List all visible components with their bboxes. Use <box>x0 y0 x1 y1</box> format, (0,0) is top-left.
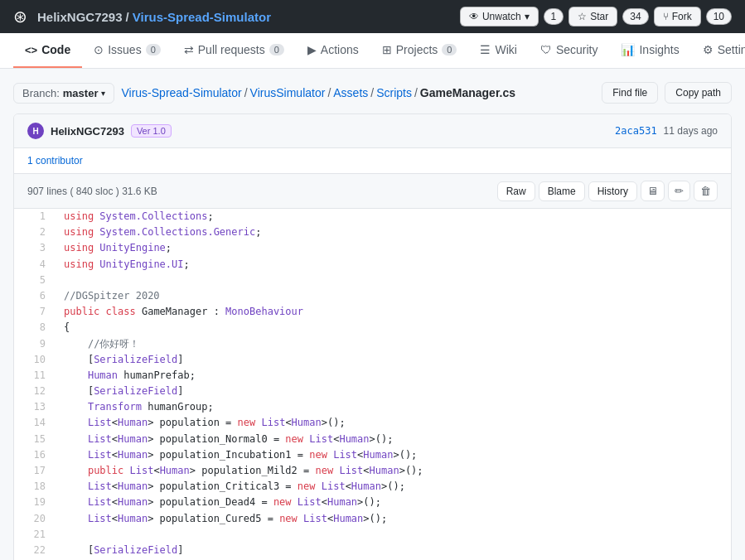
branch-selector[interactable]: Branch: master ▾ <box>13 83 114 104</box>
tab-pull-requests[interactable]: ⇄ Pull requests 0 <box>172 33 296 68</box>
breadcrumb-bar: Branch: master ▾ Virus-Spread-Simulator … <box>13 82 732 104</box>
table-row: 6//DGSpitzer 2020 <box>14 288 731 304</box>
line-code <box>56 527 731 543</box>
tab-settings[interactable]: ⚙ Settings <box>691 33 745 68</box>
tab-wiki[interactable]: ☰ Wiki <box>468 33 528 68</box>
line-code: using UnityEngine; <box>56 240 731 256</box>
line-num[interactable]: 16 <box>14 447 56 463</box>
line-num[interactable]: 7 <box>14 304 56 320</box>
line-num[interactable]: 1 <box>14 209 56 224</box>
branch-name: master <box>63 87 99 99</box>
line-num[interactable]: 8 <box>14 320 56 336</box>
line-code: public class GameManager : MonoBehaviour <box>56 304 731 320</box>
table-row: 5 <box>14 273 731 288</box>
line-num[interactable]: 3 <box>14 240 56 256</box>
code-icon: <> <box>25 44 37 56</box>
top-bar: ⊛ HelixNGC7293 / Virus-Spread-Simulator … <box>0 0 745 33</box>
table-row: 21 <box>14 527 731 543</box>
nav-tabs: <> Code ⊙ Issues 0 ⇄ Pull requests 0 ▶ A… <box>0 33 745 69</box>
table-row: 7public class GameManager : MonoBehaviou… <box>14 304 731 320</box>
wiki-icon: ☰ <box>480 43 491 56</box>
tab-projects[interactable]: ⊞ Projects 0 <box>370 33 469 68</box>
top-bar-actions: 👁 Unwatch ▾ 1 ☆ Star 34 ⑂ Fork 10 <box>460 7 732 27</box>
sloc-count: 840 sloc <box>76 186 114 197</box>
table-row: 20 List<Human> population_Cured5 = new L… <box>14 511 731 527</box>
line-code: [SerializeField] <box>56 543 731 558</box>
copy-path-button[interactable]: Copy path <box>665 82 732 104</box>
breadcrumb-virussimulator[interactable]: VirusSimulator <box>250 86 326 99</box>
table-row: 22 [SerializeField] <box>14 543 731 558</box>
line-num[interactable]: 22 <box>14 543 56 558</box>
fork-button[interactable]: ⑂ Fork <box>654 7 701 27</box>
line-num[interactable]: 17 <box>14 463 56 479</box>
tab-issues[interactable]: ⊙ Issues 0 <box>82 33 172 68</box>
table-row: 13 Transform humanGroup; <box>14 399 731 415</box>
unwatch-count: 1 <box>544 8 564 25</box>
pr-badge: 0 <box>269 44 284 56</box>
line-code: List<Human> population_Normal0 = new Lis… <box>56 432 731 447</box>
find-file-button[interactable]: Find file <box>602 82 658 104</box>
commit-time: 11 days ago <box>664 125 718 137</box>
line-code: List<Human> population_Critical3 = new L… <box>56 479 731 495</box>
breadcrumb-scripts[interactable]: Scripts <box>376 86 412 99</box>
repo-link[interactable]: Virus-Spread-Simulator <box>133 10 271 24</box>
line-num[interactable]: 12 <box>14 384 56 399</box>
line-code: { <box>56 320 731 336</box>
file-box: H HelixNGC7293 Ver 1.0 2aca531 11 days a… <box>13 113 732 560</box>
line-num[interactable]: 13 <box>14 399 56 415</box>
raw-button[interactable]: Raw <box>497 181 535 201</box>
contributor-row[interactable]: 1 contributor <box>14 148 731 174</box>
table-row: 1using System.Collections; <box>14 209 731 224</box>
tab-actions[interactable]: ▶ Actions <box>296 33 370 68</box>
blame-button[interactable]: Blame <box>539 181 585 201</box>
commit-author[interactable]: HelixNGC7293 <box>51 125 124 138</box>
line-num[interactable]: 4 <box>14 257 56 273</box>
line-num[interactable]: 18 <box>14 479 56 495</box>
repo-path: HelixNGC7293 / Virus-Spread-Simulator <box>37 10 271 24</box>
issues-badge: 0 <box>146 44 161 56</box>
star-icon: ☆ <box>578 11 587 22</box>
org-link[interactable]: HelixNGC7293 <box>37 10 123 24</box>
tab-security[interactable]: 🛡 Security <box>529 33 610 68</box>
line-code: Human humanPrefab; <box>56 368 731 384</box>
line-num[interactable]: 14 <box>14 415 56 431</box>
github-icon: ⊛ <box>13 7 27 27</box>
breadcrumb-repo[interactable]: Virus-Spread-Simulator <box>121 86 241 99</box>
delete-icon-button[interactable]: 🗑 <box>694 181 718 201</box>
star-count: 34 <box>622 8 648 25</box>
line-code: [SerializeField] <box>56 384 731 399</box>
unwatch-caret: ▾ <box>525 11 530 22</box>
line-num[interactable]: 19 <box>14 495 56 510</box>
tab-insights[interactable]: 📊 Insights <box>609 33 690 68</box>
line-num[interactable]: 2 <box>14 224 56 240</box>
line-num[interactable]: 9 <box>14 336 56 352</box>
tab-code[interactable]: <> Code <box>13 33 82 68</box>
security-icon: 🛡 <box>540 43 552 56</box>
line-num[interactable]: 6 <box>14 288 56 304</box>
desktop-icon-button[interactable]: 🖥 <box>641 181 665 201</box>
settings-icon: ⚙ <box>703 43 714 56</box>
line-code: List<Human> population_Incubation1 = new… <box>56 447 731 463</box>
line-num[interactable]: 20 <box>14 511 56 527</box>
history-button[interactable]: History <box>588 181 637 201</box>
line-num[interactable]: 15 <box>14 432 56 447</box>
line-code: Transform humanGroup; <box>56 399 731 415</box>
line-num[interactable]: 10 <box>14 352 56 368</box>
fork-icon: ⑂ <box>663 11 669 22</box>
commit-tag: Ver 1.0 <box>131 124 172 138</box>
projects-badge: 0 <box>442 44 457 56</box>
code-table: 1using System.Collections;2using System.… <box>14 209 731 560</box>
table-row: 17 public List<Human> population_Mild2 =… <box>14 463 731 479</box>
line-code: using System.Collections.Generic; <box>56 224 731 240</box>
line-num[interactable]: 21 <box>14 527 56 543</box>
breadcrumb-actions: Find file Copy path <box>602 82 732 104</box>
commit-hash[interactable]: 2aca531 <box>615 125 657 137</box>
line-num[interactable]: 11 <box>14 368 56 384</box>
line-num[interactable]: 5 <box>14 273 56 288</box>
star-button[interactable]: ☆ Star <box>568 7 617 27</box>
table-row: 9 //你好呀！ <box>14 336 731 352</box>
edit-icon-button[interactable]: ✏ <box>668 181 690 201</box>
unwatch-button[interactable]: 👁 Unwatch ▾ <box>460 7 539 27</box>
fork-count: 10 <box>706 8 732 25</box>
breadcrumb-assets[interactable]: Assets <box>333 86 368 99</box>
